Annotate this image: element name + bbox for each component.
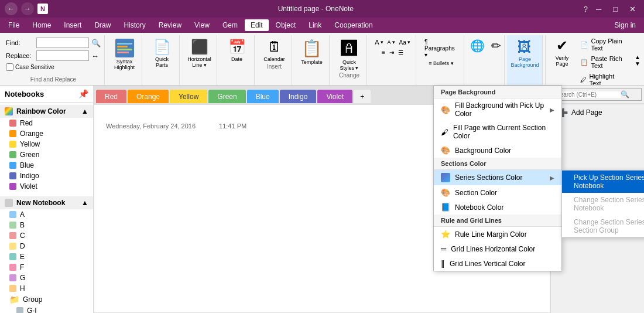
back-button[interactable]: ←: [5, 2, 18, 15]
paste-rich-btn[interactable]: 📋 Paste Rich Text: [578, 54, 629, 70]
section-f[interactable]: F: [0, 262, 93, 273]
tab-violet[interactable]: Violet: [317, 90, 352, 103]
paragraphs-group: ¶ Paragraphs ▾ ≡ Bullets ▾: [419, 35, 464, 85]
section-color-item[interactable]: 🎨 Section Color: [434, 185, 561, 200]
syntax-highlight-btn[interactable]: SyntaxHighlight: [112, 38, 137, 72]
section-green[interactable]: Green: [0, 149, 93, 160]
rule-line-margin-item[interactable]: ⭐ Rule Line Margin Color: [434, 227, 561, 241]
section-h[interactable]: H: [0, 283, 93, 294]
tab-red[interactable]: Red: [96, 90, 126, 103]
section-d[interactable]: D: [0, 241, 93, 251]
add-notebook-icon[interactable]: 📌: [78, 89, 88, 98]
menu-draw[interactable]: Draw: [88, 19, 117, 31]
section-violet[interactable]: Violet: [0, 181, 93, 192]
search-icon[interactable]: 🔍: [621, 90, 629, 98]
new-notebook-collapse-icon[interactable]: ▲: [81, 199, 88, 207]
menu-review[interactable]: Review: [153, 19, 187, 31]
sign-in-link[interactable]: Sign in: [608, 19, 642, 31]
menu-gem[interactable]: Gem: [217, 19, 244, 31]
close-button[interactable]: ✕: [626, 5, 639, 13]
grid-horizontal-item[interactable]: ═ Grid Lines Horizontal Color: [434, 241, 561, 256]
section-g-i[interactable]: G-I: [0, 305, 93, 313]
notebook-color-item[interactable]: 📘 Notebook Color: [434, 200, 561, 215]
bullets-icon[interactable]: ☰: [397, 48, 405, 57]
find-input[interactable]: [36, 38, 89, 48]
new-notebook-header[interactable]: New Notebook ▲: [0, 196, 93, 209]
copy-plain-btn[interactable]: 📄 Copy Plain Text: [578, 36, 629, 53]
fill-background-pickup-item[interactable]: 🎨 Fill Background with Pick Up Color ▶: [434, 98, 561, 121]
section-g[interactable]: G: [0, 273, 93, 283]
grid-vertical-item[interactable]: ‖ Grid Lines Vertical Color: [434, 256, 561, 271]
rainbow-collapse-icon[interactable]: ▲: [81, 107, 88, 115]
tab-green[interactable]: Green: [208, 90, 245, 103]
c-dot: [9, 232, 16, 239]
menu-file[interactable]: File: [2, 19, 25, 31]
maximize-button[interactable]: □: [609, 5, 621, 13]
scroll-up-btn[interactable]: ▲: [635, 54, 640, 60]
menu-cooperation[interactable]: Cooperation: [328, 19, 378, 31]
e-dot: [9, 253, 16, 260]
section-blue[interactable]: Blue: [0, 160, 93, 171]
title-bar-title: Untitled page - OneNote: [278, 5, 354, 13]
rainbow-notebook-icon: [5, 107, 13, 115]
section-indigo[interactable]: Indigo: [0, 171, 93, 181]
add-page-button[interactable]: ➕ Add Page: [551, 104, 644, 121]
verify-others-group: ✔ Verify Page 📄 Copy Plain Text 📋 Paste …: [545, 35, 631, 85]
forward-button[interactable]: →: [21, 2, 34, 15]
tab-yellow[interactable]: Yellow: [170, 90, 207, 103]
tab-indigo[interactable]: Indigo: [280, 90, 317, 103]
indent-icon[interactable]: ⇥: [388, 48, 395, 57]
section-e[interactable]: E: [0, 251, 93, 262]
section-a[interactable]: A: [0, 209, 93, 220]
font-size-btn[interactable]: A▾: [374, 38, 384, 47]
section-orange[interactable]: Orange: [0, 128, 93, 139]
calendar-btn[interactable]: 🗓 Calendar: [261, 38, 287, 63]
background-color-item[interactable]: 🎨 Background Color: [434, 143, 561, 158]
edit-icon[interactable]: ✏: [489, 38, 503, 54]
horizontal-line-btn[interactable]: ⬛ HorizontalLine ▾: [185, 38, 214, 69]
verify-page-btn[interactable]: ✔ Verify Page: [548, 36, 576, 86]
menu-object[interactable]: Object: [270, 19, 302, 31]
replace-input[interactable]: [36, 50, 89, 61]
font-size-small-btn[interactable]: A▾: [386, 38, 396, 47]
page-background-btn[interactable]: 🖼 PageBackground: [508, 38, 541, 69]
menu-view[interactable]: View: [189, 19, 215, 31]
section-yellow[interactable]: Yellow: [0, 139, 93, 149]
bullets-label: ≡ Bullets ▾: [429, 60, 453, 66]
date-btn[interactable]: 📅 Date: [226, 38, 248, 63]
template-btn[interactable]: 📋 Template: [299, 38, 325, 66]
fill-page-current-section-item[interactable]: 🖌 Fill Page with Current Section Color: [434, 121, 561, 143]
section-b[interactable]: B: [0, 220, 93, 230]
paragraphs-btn[interactable]: ¶ Paragraphs ▾: [422, 38, 460, 59]
search-box[interactable]: 🔍: [553, 88, 642, 101]
replace-icon[interactable]: ↔: [91, 52, 99, 60]
section-group[interactable]: 📁 Group: [0, 294, 93, 305]
quick-parts-btn[interactable]: 📄 QuickParts: [151, 38, 173, 69]
help-button[interactable]: ?: [584, 5, 588, 13]
case-sensitive-checkbox[interactable]: [6, 63, 13, 71]
menu-link[interactable]: Link: [303, 19, 327, 31]
tab-orange[interactable]: Orange: [128, 90, 169, 103]
series-sections-color-item[interactable]: Series Sections Color ▶ Pick Up Section …: [434, 170, 561, 185]
menu-edit[interactable]: Edit: [245, 19, 269, 31]
minimize-button[interactable]: ─: [592, 5, 605, 13]
rainbow-color-header[interactable]: Rainbow Color ▲: [0, 105, 93, 118]
tab-add[interactable]: +: [354, 90, 371, 103]
quick-styles-btn[interactable]: 🅰 QuickStyles ▾: [337, 38, 361, 72]
menu-home[interactable]: Home: [26, 19, 57, 31]
scroll-down-btn[interactable]: ▼: [635, 60, 640, 67]
tab-blue[interactable]: Blue: [247, 90, 279, 103]
menu-insert[interactable]: Insert: [58, 19, 87, 31]
search-input[interactable]: [556, 91, 621, 98]
page-background-header: Page Background: [434, 86, 561, 98]
web-icon[interactable]: 🌐: [468, 38, 487, 54]
align-left-icon[interactable]: ≡: [381, 48, 386, 57]
section-c[interactable]: C: [0, 230, 93, 241]
pickup-series-color-item[interactable]: Pick Up Section Series Color in Notebook: [562, 171, 644, 193]
find-replace-label: Find and Replace: [6, 76, 101, 83]
section-red[interactable]: Red: [0, 118, 93, 128]
highlight-text-btn[interactable]: 🖊 Highlight Text: [578, 72, 629, 86]
find-search-icon[interactable]: 🔍: [91, 39, 101, 47]
font-aa-btn[interactable]: Aa▾: [398, 38, 412, 47]
menu-history[interactable]: History: [118, 19, 151, 31]
